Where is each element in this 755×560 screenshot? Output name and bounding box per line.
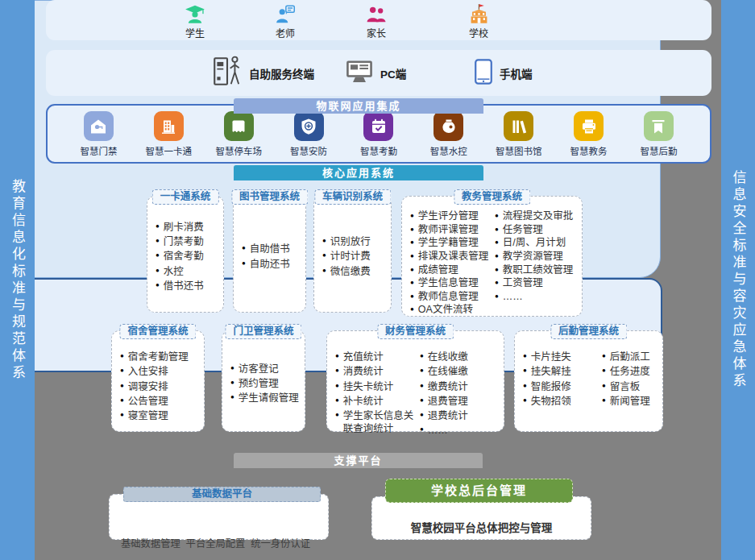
school-backend-box: 智慧校园平台总体把控与管理 <box>371 496 591 540</box>
subsystem-title: 车辆识别系统 <box>314 189 391 205</box>
iot-apps-row: 智慧门禁 智慧一卡通 智慧停车场 <box>46 111 711 157</box>
parking-icon <box>224 111 254 141</box>
iot-app-library: 智慧图书馆 <box>487 111 550 157</box>
subsystem-title: 宿舍管理系统 <box>119 324 196 339</box>
iot-app-label: 智慧一卡通 <box>137 144 200 157</box>
terminal-kiosk: 自助服务终端 <box>213 50 314 96</box>
right-security-bar: 信息安全标准与容灾应急体系 <box>721 0 755 560</box>
subsystem-finance: 财务管理系统 充值统计 消费统计 挂失卡统计 补卡统计 学生家长信息关联查询统计… <box>326 330 504 432</box>
subsystem-title: 教务管理系统 <box>454 189 530 205</box>
iot-app-parking: 智慧停车场 <box>207 111 270 157</box>
iot-app-label: 智慧后勤 <box>627 144 690 157</box>
access-terminals-box: 自助服务终端 PC端 <box>46 50 711 96</box>
iot-app-door-access: 智慧门禁 <box>67 111 130 157</box>
terminal-label: PC端 <box>380 65 406 81</box>
subsystem-title: 后勤管理系统 <box>550 324 627 339</box>
subsystem-items: 自助借书 自助还书 <box>242 241 290 272</box>
subsystem-vehicle: 车辆识别系统 识别放行 计时计费 微信缴费 <box>313 196 392 313</box>
subsystem-title: 门卫管理系统 <box>225 324 301 339</box>
support-section-title: 支撑平台 <box>234 453 483 468</box>
iot-app-label: 智慧考勤 <box>347 144 410 157</box>
user-role-label: 家长 <box>342 26 410 39</box>
iot-app-label: 智慧水控 <box>417 144 480 157</box>
smart-campus-architecture-diagram: 教育信息化标准与规范体系 信息安全标准与容灾应急体系 学生 <box>0 0 755 560</box>
subsystem-title: 财务管理系统 <box>377 324 454 339</box>
terminal-phone: 手机端 <box>475 50 533 96</box>
subsystem-items: 宿舍考勤管理 入住安排 调寝安排 公告管理 寝室管理 <box>120 349 189 424</box>
school-icon <box>445 3 512 25</box>
door-access-icon <box>84 111 114 141</box>
user-role-parents: 家长 <box>342 3 410 39</box>
iot-app-label: 智慧安防 <box>277 144 340 157</box>
terminal-pc: PC端 <box>346 50 406 96</box>
student-icon <box>161 3 229 25</box>
subsystem-academic: 教务管理系统 学生评分管理 教师评课管理 学生学籍管理 排课及课表管理 成绩管理… <box>401 196 583 317</box>
subsystem-items-col1: 充值统计 消费统计 挂失卡统计 补卡统计 学生家长信息关联查询统计 <box>335 349 418 438</box>
security-icon <box>294 111 324 141</box>
basic-data-platform-title: 基础数据平台 <box>123 487 321 502</box>
teacher-icon <box>251 3 319 25</box>
subsystem-items-col2: 后勤派工 任务进度 留言板 新闻管理 <box>602 349 650 409</box>
iot-app-one-card: 智慧一卡通 <box>137 111 200 157</box>
iot-app-water-control: 智慧水控 <box>417 111 480 157</box>
subsystem-library: 图书管理系统 自助借书 自助还书 <box>233 196 306 313</box>
left-standards-bar: 教育信息化标准与规范体系 <box>0 0 35 560</box>
attendance-icon <box>363 111 393 141</box>
terminal-label: 手机端 <box>500 65 533 81</box>
core-section-title: 核心应用系统 <box>234 165 483 180</box>
user-roles-box: 学生 老师 家长 <box>46 0 711 40</box>
iot-app-label: 智慧教务 <box>558 144 620 157</box>
subsystem-items: 刷卡消费 门禁考勤 宿舍考勤 水控 借书还书 <box>156 219 204 294</box>
iot-app-security: 智慧安防 <box>277 111 340 157</box>
kiosk-icon <box>213 55 242 92</box>
subsystem-items: 访客登记 预约管理 学生请假管理 <box>230 361 299 407</box>
user-role-teacher: 老师 <box>251 3 319 39</box>
subsystem-title: 图书管理系统 <box>231 189 308 205</box>
parents-icon <box>342 3 410 25</box>
iot-app-logistics: 智慧后勤 <box>627 111 690 157</box>
subsystem-dormitory: 宿舍管理系统 宿舍考勤管理 入住安排 调寝安排 公告管理 寝室管理 <box>111 330 205 432</box>
iot-app-edu-affairs: 智慧教务 <box>558 111 620 157</box>
subsystem-items-col1: 卡片挂失 挂失解挂 智能报修 失物招领 <box>523 349 600 409</box>
iot-app-label: 智慧门禁 <box>67 144 130 157</box>
subsystem-logistics: 后勤管理系统 卡片挂失 挂失解挂 智能报修 失物招领 后勤派工 任务进度 留言板… <box>514 330 663 432</box>
iot-app-label: 智慧停车场 <box>207 144 270 157</box>
terminal-label: 自助服务终端 <box>249 65 314 81</box>
iot-section-title: 物联网应用集成 <box>234 98 483 114</box>
phone-icon <box>475 59 492 88</box>
one-card-icon <box>154 111 184 141</box>
water-control-icon <box>434 111 463 141</box>
pc-icon <box>346 60 373 87</box>
user-role-student: 学生 <box>161 3 229 39</box>
subsystem-gatekeeper: 门卫管理系统 访客登记 预约管理 学生请假管理 <box>222 330 305 432</box>
right-security-label: 信息安全标准与容灾应急体系 <box>728 170 749 390</box>
logistics-icon <box>644 111 674 141</box>
subsystem-title: 一卡通系统 <box>152 189 219 205</box>
iot-app-label: 智慧图书馆 <box>487 144 550 157</box>
iot-app-attendance: 智慧考勤 <box>347 111 410 157</box>
basic-data-line1: 基础数据管理 平台全局配置 统一身份认证 <box>121 537 328 551</box>
user-role-school: 学校 <box>445 3 512 39</box>
library-icon <box>504 111 533 141</box>
subsystem-items: 识别放行 计时计费 微信缴费 <box>322 234 371 280</box>
basic-data-platform-functions: 基础数据管理 平台全局配置 统一身份认证 用户账户与权限管理 单点登录 <box>110 495 328 560</box>
user-role-label: 学校 <box>445 26 512 39</box>
edu-affairs-icon <box>574 111 604 141</box>
user-role-label: 学生 <box>161 26 229 39</box>
left-standards-label: 教育信息化标准与规范体系 <box>7 179 27 382</box>
user-role-label: 老师 <box>251 26 319 39</box>
subsystem-one-card: 一卡通系统 刷卡消费 门禁考勤 宿舍考勤 水控 借书还书 <box>147 196 224 313</box>
subsystem-items-col2: 流程提交及审批 任务管理 日/周、月计划 教学资源管理 教职工绩效管理 工资管理… <box>495 209 573 304</box>
school-backend-title: 学校总后台管理 <box>385 479 573 503</box>
school-backend-desc: 智慧校园平台总体把控与管理 <box>411 522 553 534</box>
subsystem-items-col2: 在线收缴 在线催缴 缴费统计 退费管理 退费统计 …… <box>420 349 468 439</box>
subsystem-items-col1: 学生评分管理 教师评课管理 学生学籍管理 排课及课表管理 成绩管理 学生信息管理… <box>410 209 493 317</box>
